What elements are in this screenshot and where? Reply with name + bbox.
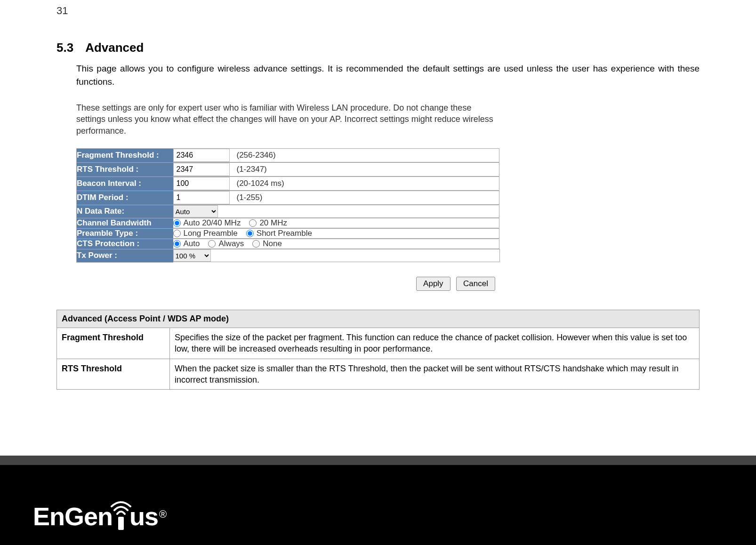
label-fragment-threshold: Fragment Threshold : xyxy=(77,148,173,162)
settings-table: Fragment Threshold : (256-2346) RTS Thre… xyxy=(76,148,500,263)
description-table-header: Advanced (Access Point / WDS AP mode) xyxy=(57,310,700,328)
cts-radio-none[interactable] xyxy=(252,240,260,248)
cts-radio-always[interactable] xyxy=(208,240,216,248)
preamble-radio-long[interactable] xyxy=(173,230,181,237)
fragment-threshold-input[interactable] xyxy=(173,149,230,162)
channel-bandwidth-label-auto: Auto 20/40 MHz xyxy=(184,218,241,228)
logo-text-part1: EnGen xyxy=(33,502,113,531)
label-beacon-interval: Beacon Interval : xyxy=(77,176,173,191)
warning-text: These settings are only for expert user … xyxy=(76,102,500,136)
engenius-logo: EnGen us ® xyxy=(33,502,167,531)
tx-power-select[interactable]: 100 % xyxy=(173,249,211,262)
channel-bandwidth-radio-auto[interactable] xyxy=(173,219,181,227)
preamble-label-long: Long Preamble xyxy=(184,229,238,238)
desc-text-fragment: Specifies the size of the packet per fra… xyxy=(170,328,700,359)
section-title: Advanced xyxy=(85,40,144,55)
label-rts-threshold: RTS Threshold : xyxy=(77,162,173,176)
label-preamble-type: Preamble Type : xyxy=(77,228,173,239)
cts-radio-auto[interactable] xyxy=(173,240,181,248)
beacon-interval-range: (20-1024 ms) xyxy=(237,179,284,188)
rts-threshold-input[interactable] xyxy=(173,163,230,176)
table-row: RTS Threshold When the packet size is sm… xyxy=(57,359,700,390)
cts-label-auto: Auto xyxy=(184,239,200,248)
section-heading: 5.3Advanced xyxy=(56,40,700,55)
label-dtim-period: DTIM Period : xyxy=(77,191,173,205)
section-number: 5.3 xyxy=(56,40,73,55)
apply-button[interactable]: Apply xyxy=(416,277,450,291)
dtim-period-input[interactable] xyxy=(173,191,230,204)
beacon-interval-input[interactable] xyxy=(173,177,230,190)
desc-label-fragment: Fragment Threshold xyxy=(57,328,170,359)
table-row: Fragment Threshold Specifies the size of… xyxy=(57,328,700,359)
page-number: 31 xyxy=(56,5,700,17)
cancel-button[interactable]: Cancel xyxy=(456,277,495,291)
fragment-threshold-range: (256-2346) xyxy=(237,151,276,160)
logo-text-part2: us xyxy=(129,502,158,531)
registered-icon: ® xyxy=(159,508,167,521)
label-tx-power: Tx Power : xyxy=(77,249,173,262)
description-table: Advanced (Access Point / WDS AP mode) Fr… xyxy=(56,310,700,390)
dtim-period-range: (1-255) xyxy=(237,193,263,202)
label-channel-bandwidth: Channel Bandwidth xyxy=(77,218,173,228)
cts-label-always: Always xyxy=(218,239,244,248)
cts-label-none: None xyxy=(263,239,282,248)
label-n-data-rate: N Data Rate: xyxy=(77,205,173,218)
preamble-radio-short[interactable] xyxy=(246,230,254,237)
intro-paragraph: This page allows you to configure wirele… xyxy=(76,62,700,88)
label-cts-protection: CTS Protection : xyxy=(77,239,173,249)
desc-label-rts: RTS Threshold xyxy=(57,359,170,390)
channel-bandwidth-radio-20[interactable] xyxy=(249,219,257,227)
rts-threshold-range: (1-2347) xyxy=(237,165,267,174)
footer-bar: EnGen us ® xyxy=(0,456,756,545)
preamble-label-short: Short Preamble xyxy=(257,229,312,238)
desc-text-rts: When the packet size is smaller than the… xyxy=(170,359,700,390)
wifi-icon xyxy=(112,503,130,531)
channel-bandwidth-label-20: 20 MHz xyxy=(259,218,287,228)
svg-rect-0 xyxy=(118,517,124,530)
n-data-rate-select[interactable]: Auto xyxy=(173,205,218,217)
